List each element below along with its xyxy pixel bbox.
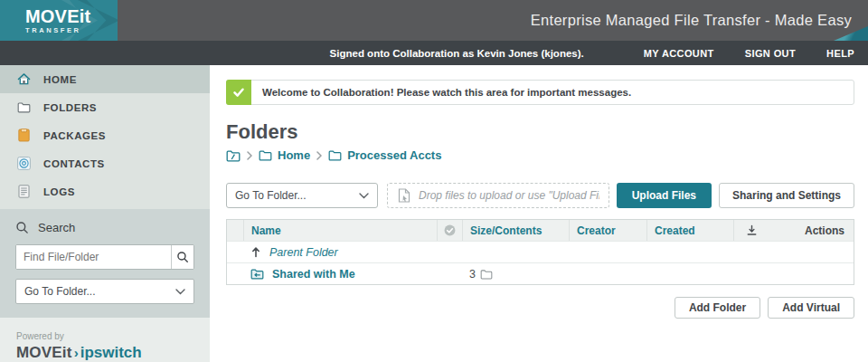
shared-with-me-link[interactable]: Shared with Me [272, 268, 355, 281]
session-bar: Signed onto Collaboration as Kevin Jones… [0, 41, 868, 65]
table-header-row: Name Size/Contents Creator Created Actio… [227, 220, 854, 241]
moveit-transfer-logo[interactable]: MOVEit TRANSFER [0, 0, 118, 41]
find-file-folder-input[interactable] [16, 245, 171, 269]
parent-folder-cell: Parent Folder [243, 246, 437, 259]
sidebar-item-folders[interactable]: FOLDERS [0, 93, 210, 121]
sidebar-goto-folder-select[interactable]: Go To Folder... [15, 279, 194, 304]
goto-folder-select[interactable]: Go To Folder... [226, 183, 378, 208]
moveit-ipswitch-logo: MOVEit › ipswitch [16, 344, 210, 362]
welcome-message: Welcome to Collaboration! Please watch t… [262, 87, 631, 98]
goto-folder-value: Go To Folder... [235, 189, 307, 202]
brand-ipswitch: ipswitch [80, 344, 142, 362]
folders-table: Name Size/Contents Creator Created Actio… [226, 219, 854, 285]
signed-on-status: Signed onto Collaboration as Kevin Jones… [330, 48, 584, 59]
search-icon [15, 221, 29, 234]
breadcrumb: Home Processed Accts [226, 148, 854, 162]
shared-folder-cell: Shared with Me [243, 268, 437, 281]
sidebar-item-label: HOME [43, 74, 77, 85]
table-row-shared-with-me[interactable]: Shared with Me 3 [227, 262, 854, 284]
search-submit-button[interactable] [171, 245, 193, 269]
powered-by-section: Powered by MOVEit › ipswitch [0, 318, 210, 362]
size-cell: 3 [462, 268, 569, 281]
folder-count-icon [480, 269, 493, 280]
breadcrumb-separator-icon [247, 151, 252, 160]
folder-icon [16, 100, 31, 115]
sidebar-item-home[interactable]: HOME [0, 65, 210, 93]
logs-icon [16, 185, 31, 199]
sidebar: HOME FOLDERS PACKAGES CONTACTS LOGS [0, 65, 210, 362]
column-header-actions: Actions [769, 220, 854, 241]
breadcrumb-root[interactable] [226, 149, 241, 162]
column-header-size[interactable]: Size/Contents [462, 220, 569, 241]
add-folder-button[interactable]: Add Folder [675, 297, 760, 319]
sidebar-search-panel: Search Go To Folder... [0, 209, 210, 318]
welcome-banner: Welcome to Collaboration! Please watch t… [226, 80, 854, 105]
file-dropzone[interactable]: Drop files to upload or use "Upload File… [387, 183, 609, 208]
sidebar-item-logs[interactable]: LOGS [0, 177, 210, 205]
add-virtual-button[interactable]: Add Virtual [768, 297, 854, 319]
find-file-folder-group [15, 244, 194, 270]
shared-folder-icon [250, 268, 264, 280]
root-folder-icon [226, 149, 241, 162]
download-column-icon [733, 220, 769, 241]
column-header-creator[interactable]: Creator [569, 220, 646, 241]
sidebar-item-contacts[interactable]: CONTACTS [0, 149, 210, 177]
sign-out-link[interactable]: SIGN OUT [745, 48, 796, 59]
success-check-icon [226, 80, 251, 105]
up-arrow-icon [250, 246, 261, 258]
search-section-title: Search [38, 221, 75, 234]
folder-count: 3 [469, 268, 476, 281]
page-title: Folders [226, 120, 854, 144]
sidebar-item-label: LOGS [43, 186, 75, 197]
parent-folder-link[interactable]: Parent Folder [269, 246, 338, 259]
sidebar-item-label: FOLDERS [43, 102, 97, 113]
top-header-bar: MOVEit TRANSFER Enterprise Managed File … [0, 0, 868, 41]
breadcrumb-label: Processed Accts [347, 148, 441, 162]
breadcrumb-home[interactable]: Home [259, 148, 310, 162]
upload-files-button[interactable]: Upload Files [617, 183, 712, 208]
drop-file-icon [397, 188, 411, 204]
table-row-parent-folder[interactable]: Parent Folder [227, 241, 854, 262]
session-menu: MY ACCOUNT SIGN OUT HELP [613, 48, 854, 59]
goto-folder-value: Go To Folder... [24, 285, 96, 298]
sharing-settings-button[interactable]: Sharing and Settings [719, 183, 854, 208]
main-content: Welcome to Collaboration! Please watch t… [210, 65, 868, 362]
brand-separator-icon: › [74, 345, 79, 360]
search-section-header: Search [15, 221, 194, 234]
sidebar-item-packages[interactable]: PACKAGES [0, 121, 210, 149]
package-icon [16, 129, 31, 143]
sidebar-item-label: CONTACTS [43, 158, 105, 169]
footer-actions: Add Folder Add Virtual [226, 297, 854, 319]
breadcrumb-separator-icon [316, 151, 322, 160]
folder-icon [328, 149, 342, 161]
folder-toolbar: Go To Folder... Drop files to upload or … [226, 183, 854, 208]
folder-icon [259, 149, 272, 161]
column-header-name[interactable]: Name [243, 220, 437, 241]
dropzone-hint: Drop files to upload or use "Upload File… [419, 189, 599, 202]
breadcrumb-current[interactable]: Processed Accts [328, 148, 441, 162]
product-tagline: Enterprise Managed File Transfer - Made … [531, 12, 868, 29]
check-status-column-icon [437, 220, 462, 241]
contacts-icon [16, 157, 31, 171]
help-link[interactable]: HELP [826, 48, 854, 59]
breadcrumb-label: Home [278, 148, 310, 162]
table-header-spacer [227, 220, 243, 241]
powered-by-label: Powered by [16, 331, 210, 341]
chevron-down-icon [359, 189, 369, 202]
home-icon [16, 72, 31, 87]
chevron-down-icon [175, 285, 185, 298]
my-account-link[interactable]: MY ACCOUNT [644, 48, 714, 59]
column-header-created[interactable]: Created [646, 220, 733, 241]
sidebar-item-label: PACKAGES [43, 130, 106, 141]
brand-moveit: MOVEit [16, 344, 72, 362]
